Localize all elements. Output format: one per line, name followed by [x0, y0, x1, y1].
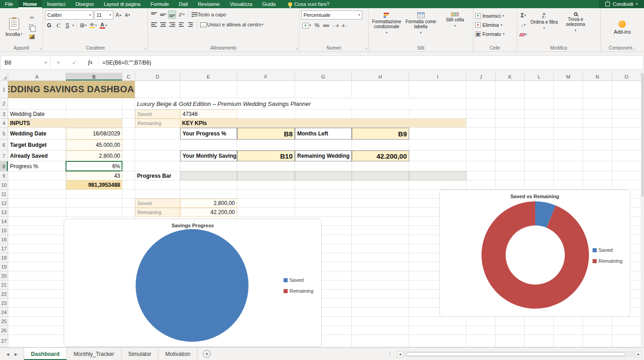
- cell-M8[interactable]: [554, 161, 583, 171]
- row-header-18[interactable]: 18: [0, 253, 8, 262]
- currency-format-button[interactable]: €▾: [301, 21, 312, 30]
- cell-J6[interactable]: [467, 140, 496, 150]
- sheet-tab-monthly_tracker[interactable]: Monthly_Tracker: [67, 348, 122, 360]
- cell-C5[interactable]: [122, 128, 135, 140]
- cell-K4[interactable]: [496, 119, 525, 128]
- scroll-left-icon[interactable]: ◂: [397, 351, 403, 357]
- chart-saved-vs-remaining[interactable]: Saved vs Remaining SavedRemaining: [439, 190, 630, 317]
- cell-A13[interactable]: [8, 208, 66, 217]
- new-sheet-button[interactable]: +: [203, 350, 211, 358]
- sheet-tab-dashboard[interactable]: Dashboard: [24, 348, 67, 360]
- ribbon-tab-file[interactable]: File: [0, 0, 18, 8]
- cell-A18[interactable]: [8, 253, 66, 262]
- cell-E3[interactable]: 47346: [180, 110, 237, 119]
- cell-C7[interactable]: [122, 150, 135, 161]
- conditional-formatting-button[interactable]: Formattazione condizionale ▾: [370, 11, 403, 35]
- cell-L2[interactable]: [525, 98, 554, 110]
- horizontal-scrollbar-thumb[interactable]: [406, 352, 625, 356]
- column-header-F[interactable]: F: [237, 73, 295, 81]
- cell-G7[interactable]: Remaining Wedding Budget: [295, 150, 352, 161]
- column-header-A[interactable]: A: [8, 73, 66, 81]
- number-dialog-launcher[interactable]: ↘: [365, 47, 367, 50]
- orientation-button[interactable]: ab▾: [177, 10, 186, 19]
- row-header-6[interactable]: 6: [0, 140, 8, 150]
- cell-A23[interactable]: [8, 299, 66, 308]
- cell-D3[interactable]: Saved: [135, 110, 180, 119]
- cell-K26[interactable]: [496, 326, 525, 335]
- cell-C3[interactable]: [122, 110, 135, 119]
- sheet-tab-motivation[interactable]: Motivation: [158, 348, 198, 360]
- cell-N6[interactable]: [583, 140, 612, 150]
- cell-H26[interactable]: [352, 326, 409, 335]
- cell-I9[interactable]: [409, 171, 467, 180]
- cell-styles-button[interactable]: Stili cella ▾: [439, 11, 471, 28]
- cell-N7[interactable]: [583, 150, 612, 161]
- cell-C8[interactable]: [122, 161, 135, 171]
- cell-K8[interactable]: [496, 161, 525, 171]
- cell-A21[interactable]: [8, 280, 66, 290]
- merge-center-button[interactable]: ↔ Unisci e allinea al centro ▾: [199, 20, 264, 29]
- cell-H24[interactable]: [352, 308, 409, 317]
- column-header-L[interactable]: L: [525, 73, 554, 81]
- cell-D9[interactable]: Progress Bar: [135, 171, 180, 180]
- tab-splitter-icon[interactable]: ⋮: [387, 351, 393, 357]
- cell-J2[interactable]: [467, 98, 496, 110]
- row-header-4[interactable]: 4: [0, 119, 8, 128]
- row-header-27[interactable]: 27: [0, 335, 8, 347]
- cell-G13[interactable]: [295, 208, 352, 217]
- paste-button[interactable]: Incolla▾: [2, 17, 26, 37]
- cut-button[interactable]: ✂: [28, 14, 36, 22]
- cell-L7[interactable]: [525, 150, 554, 161]
- cell-A9[interactable]: [8, 171, 66, 180]
- cell-H17[interactable]: [352, 244, 409, 253]
- row-header-15[interactable]: 15: [0, 226, 8, 235]
- number-format-select[interactable]: Percentuale▾: [301, 10, 362, 20]
- cell-O5[interactable]: [612, 128, 641, 140]
- cell-A16[interactable]: [8, 235, 66, 244]
- cell-J5[interactable]: [467, 128, 496, 140]
- cell-G12[interactable]: [295, 199, 352, 208]
- column-header-N[interactable]: N: [583, 73, 612, 81]
- column-header-B[interactable]: B: [66, 73, 122, 81]
- cell-M2[interactable]: [554, 98, 583, 110]
- ribbon-tab-revisione[interactable]: Revisione: [193, 0, 225, 8]
- wrap-text-button[interactable]: Testo a capo: [191, 10, 227, 19]
- decrease-font-button[interactable]: A▾: [123, 11, 132, 19]
- cell-B11[interactable]: [66, 190, 122, 199]
- cell-D12[interactable]: Saved: [135, 199, 180, 208]
- cell-N3[interactable]: [583, 110, 612, 119]
- cell-L6[interactable]: [525, 140, 554, 150]
- align-center-button[interactable]: [159, 20, 167, 29]
- cell-E10[interactable]: [180, 180, 237, 190]
- cell-I25[interactable]: [409, 317, 467, 326]
- align-left-button[interactable]: [150, 20, 158, 29]
- cell-F9[interactable]: [237, 171, 295, 180]
- cell-H15[interactable]: [352, 226, 409, 235]
- cell-N1[interactable]: [583, 81, 612, 98]
- cell-L25[interactable]: [525, 317, 554, 326]
- cell-F5[interactable]: B8: [237, 128, 295, 140]
- cell-H12[interactable]: [352, 199, 409, 208]
- cell-I7[interactable]: [409, 150, 467, 161]
- column-header-D[interactable]: D: [135, 73, 180, 81]
- cell-O2[interactable]: [612, 98, 641, 110]
- cell-E6[interactable]: [180, 140, 237, 150]
- cell-O4[interactable]: [612, 119, 641, 128]
- formula-input[interactable]: =SE(B6=0;"";B7/B6): [98, 55, 644, 70]
- fill-color-button[interactable]: ▾: [88, 21, 98, 30]
- cell-H18[interactable]: [352, 253, 409, 262]
- sheet-nav-right-icon[interactable]: ▸: [15, 351, 17, 357]
- horizontal-scrollbar[interactable]: ◂ ▸: [395, 348, 644, 360]
- cell-A26[interactable]: [8, 326, 66, 335]
- ribbon-tab-formule[interactable]: Formule: [146, 0, 174, 8]
- font-color-button[interactable]: A ▾: [99, 21, 108, 30]
- vertical-scrollbar-thumb[interactable]: [642, 73, 644, 197]
- ribbon-tab-dati[interactable]: Dati: [174, 0, 193, 8]
- vertical-scrollbar[interactable]: [641, 73, 644, 347]
- cell-H22[interactable]: [352, 290, 409, 299]
- cell-K9[interactable]: [496, 171, 525, 180]
- cell-G10[interactable]: [295, 180, 352, 190]
- cell-E7[interactable]: Your Monthly Saving: [180, 150, 237, 161]
- sort-filter-button[interactable]: AZ↓ Ordina e filtra ▾: [530, 11, 559, 30]
- cell-O1[interactable]: [612, 81, 641, 98]
